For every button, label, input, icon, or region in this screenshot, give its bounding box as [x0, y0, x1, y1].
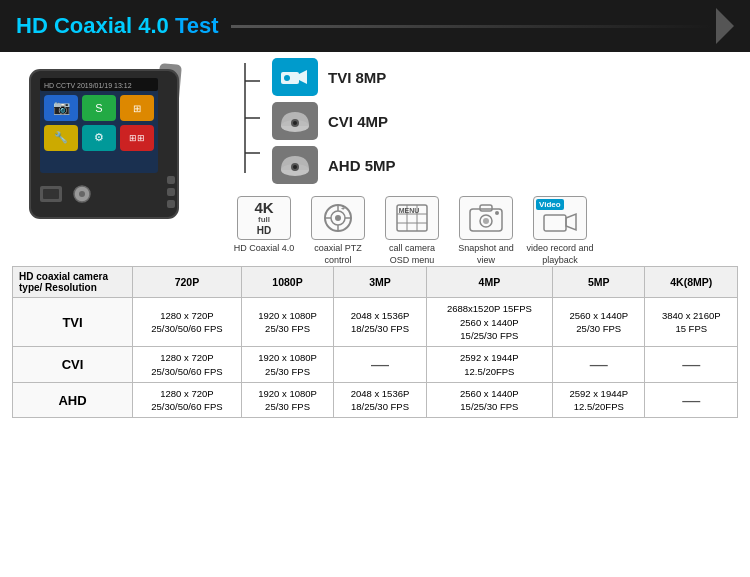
feature-4k-icon: 4K full HD [237, 196, 291, 240]
table-cell: — [553, 347, 645, 383]
table-cell: — [645, 347, 738, 383]
features-area: 4K full HD HD Coaxial 4.0 [230, 196, 738, 266]
svg-text:+: + [341, 205, 345, 212]
device-illustration: HD CCTV 2019/01/19 13:12 📷 S ⊞ 🔧 ⚙ ⊞⊞ [12, 58, 222, 266]
table-cell: 2560 x 1440P15/25/30 FPS [426, 382, 552, 418]
svg-rect-23 [167, 200, 175, 208]
feature-video-icon: Video [533, 196, 587, 240]
feature-ptz: + coaxial PTZ control [304, 196, 372, 266]
table-cell: 2592 x 1944P12.5/20FPS [553, 382, 645, 418]
svg-rect-18 [43, 189, 59, 199]
feature-video: Video video record and playback [526, 196, 594, 266]
svg-text:⚙: ⚙ [94, 131, 104, 143]
table-cell: 2048 x 1536P18/25/30 FPS [334, 298, 426, 347]
table-cell: 1280 x 720P25/30/50/60 FPS [133, 298, 242, 347]
feature-snapshot-label: Snapshot and view [452, 243, 520, 266]
camera-types-area: TVI 8MP CVI 4MP [272, 58, 396, 184]
feature-video-label: video record and playback [526, 243, 594, 266]
svg-text:⊞⊞: ⊞⊞ [129, 133, 145, 143]
col-header-1080p: 1080P [241, 267, 333, 298]
tvi-icon [272, 58, 318, 96]
svg-point-37 [293, 165, 297, 169]
table-cell: 2592 x 1944P12.5/20FPS [426, 347, 552, 383]
row-type-label: TVI [13, 298, 133, 347]
specs-table-section: HD coaxial camera type/ Resolution 720P … [0, 266, 750, 426]
table-cell: — [334, 347, 426, 383]
svg-marker-58 [566, 214, 576, 230]
camera-types-section: TVI 8MP CVI 4MP [230, 58, 738, 190]
table-cell: 1280 x 720P25/30/50/60 FPS [133, 382, 242, 418]
feature-menu-label: call camera OSD menu [378, 243, 446, 266]
feature-4k-label: HD Coaxial 4.0 [234, 243, 295, 255]
table-cell: — [645, 382, 738, 418]
feature-ptz-label: coaxial PTZ control [304, 243, 372, 266]
ahd-label: AHD 5MP [328, 157, 396, 174]
header-triangle [716, 8, 734, 44]
table-row: TVI1280 x 720P25/30/50/60 FPS1920 x 1080… [13, 298, 738, 347]
feature-4k: 4K full HD HD Coaxial 4.0 [230, 196, 298, 266]
ahd-icon [272, 146, 318, 184]
table-cell: 1920 x 1080P25/30 FPS [241, 347, 333, 383]
header-line [231, 25, 712, 28]
camera-type-cvi: CVI 4MP [272, 102, 396, 140]
table-cell: 3840 x 2160P15 FPS [645, 298, 738, 347]
connector-lines [230, 63, 260, 173]
row-type-label: AHD [13, 382, 133, 418]
table-row: AHD1280 x 720P25/30/50/60 FPS1920 x 1080… [13, 382, 738, 418]
feature-ptz-icon: + [311, 196, 365, 240]
col-header-type: HD coaxial camera type/ Resolution [13, 267, 133, 298]
svg-text:MENU: MENU [399, 207, 420, 214]
col-header-4mp: 4MP [426, 267, 552, 298]
svg-point-40 [335, 215, 341, 221]
table-cell: 1920 x 1080P25/30 FPS [241, 298, 333, 347]
table-cell: 1280 x 720P25/30/50/60 FPS [133, 347, 242, 383]
table-cell: 2048 x 1536P18/25/30 FPS [334, 382, 426, 418]
specs-table: HD coaxial camera type/ Resolution 720P … [12, 266, 738, 418]
svg-text:🔧: 🔧 [54, 130, 68, 144]
svg-point-34 [293, 121, 297, 125]
feature-menu: MENU call camera OSD menu [378, 196, 446, 266]
title-colored: HD Coaxial 4.0 [16, 13, 169, 38]
col-header-720p: 720P [133, 267, 242, 298]
svg-rect-57 [544, 215, 566, 231]
svg-text:⊞: ⊞ [133, 103, 141, 114]
row-type-label: CVI [13, 347, 133, 383]
svg-rect-53 [480, 205, 492, 211]
feature-snapshot: Snapshot and view [452, 196, 520, 266]
col-header-5mp: 5MP [553, 267, 645, 298]
col-header-4k: 4K(8MP) [645, 267, 738, 298]
feature-menu-icon: MENU [385, 196, 439, 240]
svg-text:S: S [95, 102, 102, 114]
device-svg: HD CCTV 2019/01/19 13:12 📷 S ⊞ 🔧 ⚙ ⊞⊞ [12, 58, 222, 233]
svg-point-20 [79, 191, 85, 197]
camera-type-ahd: AHD 5MP [272, 146, 396, 184]
svg-point-56 [495, 211, 499, 215]
page-title: HD Coaxial 4.0 Test [16, 13, 219, 39]
svg-rect-21 [167, 176, 175, 184]
table-cell: 1920 x 1080P25/30 FPS [241, 382, 333, 418]
page-header: HD Coaxial 4.0 Test [0, 0, 750, 52]
svg-point-55 [483, 218, 489, 224]
camera-type-tvi: TVI 8MP [272, 58, 396, 96]
cvi-icon [272, 102, 318, 140]
top-section: HD CCTV 2019/01/19 13:12 📷 S ⊞ 🔧 ⚙ ⊞⊞ [0, 52, 750, 266]
svg-text:📷: 📷 [53, 99, 71, 116]
svg-rect-31 [279, 64, 311, 90]
cvi-label: CVI 4MP [328, 113, 388, 130]
svg-rect-22 [167, 188, 175, 196]
table-cell: 2688x1520P 15FPS2560 x 1440P15/25/30 FPS [426, 298, 552, 347]
table-cell: 2560 x 1440P25/30 FPS [553, 298, 645, 347]
table-row: CVI1280 x 720P25/30/50/60 FPS1920 x 1080… [13, 347, 738, 383]
tvi-label: TVI 8MP [328, 69, 386, 86]
feature-snapshot-icon [459, 196, 513, 240]
right-info: TVI 8MP CVI 4MP [230, 58, 738, 266]
col-header-3mp: 3MP [334, 267, 426, 298]
svg-text:HD CCTV  2019/01/19 13:12: HD CCTV 2019/01/19 13:12 [44, 82, 132, 89]
